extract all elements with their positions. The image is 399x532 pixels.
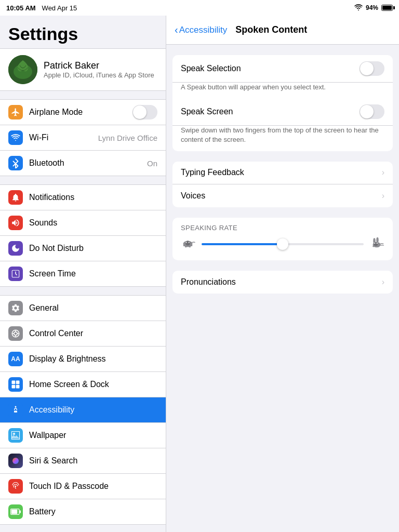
speak-screen-hint: Swipe down with two fingers from the top… [172,126,393,151]
svg-rect-19 [11,510,18,514]
controlcenter-icon [8,326,23,341]
sidebar-item-donotdisturb[interactable]: Do Not Disturb [0,236,166,261]
svg-point-14 [13,433,16,435]
wallpaper-icon [8,428,23,443]
sidebar-item-bluetooth-label: Bluetooth [29,158,64,168]
donotdisturb-icon [8,241,23,256]
sidebar-item-accessibility-label: Accessibility [29,405,74,415]
sidebar-item-bluetooth[interactable]: Bluetooth On [0,151,166,176]
back-label: Accessibility [179,25,228,35]
speak-selection-label: Speak Selection [181,64,353,73]
sidebar-item-controlcenter[interactable]: Control Center [0,321,166,347]
svg-point-13 [15,406,17,408]
wifi-sidebar-icon [8,130,23,145]
svg-point-35 [377,245,379,247]
sidebar-item-homescreen[interactable]: Home Screen & Dock [0,372,166,397]
sidebar-item-screentime[interactable]: Screen Time [0,261,166,286]
right-content: Speak Selection A Speak button will appe… [166,45,399,314]
status-bar-right: 94% [354,4,393,12]
homescreen-icon [8,377,23,392]
right-panel: ‹ Accessibility Spoken Content Speak Sel… [166,16,399,532]
svg-rect-9 [12,381,16,384]
speak-screen-toggle[interactable] [360,104,384,119]
sidebar-item-sounds-label: Sounds [29,218,57,228]
profile-section[interactable]: Patrick Baker Apple ID, iCloud, iTunes &… [0,48,166,91]
profile-subtitle: Apple ID, iCloud, iTunes & App Store [44,71,154,79]
svg-point-21 [185,241,190,245]
status-bar-left: 10:05 AM Wed Apr 15 [6,4,77,12]
svg-rect-12 [16,385,20,389]
siri-icon [8,454,23,468]
wifi-icon [354,4,363,12]
sidebar-item-airplane[interactable]: Airplane Mode [0,100,166,125]
sidebar-group-connectivity: Airplane Mode Wi-Fi Lynn Drive Office [0,99,166,176]
battery-percentage: 94% [366,4,378,11]
sidebar-wifi-value: Lynn Drive Office [98,134,157,142]
voices-label: Voices [181,191,376,201]
svg-point-33 [377,242,378,243]
sidebar: Settings Patrick Baker Apple ID, iCloud,… [0,16,166,532]
svg-rect-10 [16,381,20,384]
sidebar-item-general[interactable]: General [0,296,166,321]
airplane-toggle[interactable] [132,105,157,119]
sidebar-group-notifications: Notifications Sounds Do Not Disturb [0,184,166,287]
menu-items-card: Typing Feedback › Voices › [172,162,393,207]
sidebar-item-donotdisturb-label: Do Not Disturb [29,244,84,253]
back-button[interactable]: ‹ Accessibility [175,24,227,36]
speak-screen-label: Speak Screen [181,107,353,116]
svg-point-31 [374,242,378,246]
avatar [8,55,37,84]
accessibility-icon [8,403,23,417]
sidebar-item-screentime-label: Screen Time [29,269,76,278]
speak-screen-row[interactable]: Speak Screen [172,98,393,126]
sidebar-item-touchid-label: Touch ID & Passcode [29,482,109,491]
touchid-icon [8,479,23,494]
profile-name: Patrick Baker [44,60,154,71]
speaking-rate-thumb[interactable] [277,238,288,250]
sidebar-item-battery[interactable]: Battery [0,499,166,524]
spoken-toggles-card: Speak Selection A Speak button will appe… [172,55,393,151]
screentime-icon [8,267,23,281]
speaking-rate-slider-container [181,237,384,252]
svg-point-25 [190,245,193,246]
typing-feedback-row[interactable]: Typing Feedback › [172,162,393,184]
voices-chevron: › [382,191,384,201]
svg-point-32 [374,242,375,243]
sidebar-item-wallpaper[interactable]: Wallpaper [0,423,166,448]
display-icon: AA [8,352,23,366]
sidebar-item-siri-label: Siri & Search [29,456,77,466]
battery-sidebar-icon [8,504,23,519]
pronunciations-chevron: › [382,277,384,287]
sidebar-item-wifi[interactable]: Wi-Fi Lynn Drive Office [0,125,166,151]
svg-rect-11 [12,385,16,389]
typing-feedback-label: Typing Feedback [181,168,376,177]
speak-selection-hint: A Speak button will appear when you sele… [172,83,393,98]
battery-icon [381,5,393,11]
svg-point-16 [15,486,16,487]
sidebar-item-homescreen-label: Home Screen & Dock [29,380,109,389]
right-panel-title: Spoken Content [235,24,307,35]
voices-row[interactable]: Voices › [172,184,393,207]
sidebar-item-touchid[interactable]: Touch ID & Passcode [0,474,166,499]
sidebar-item-notifications[interactable]: Notifications [0,185,166,210]
sidebar-group-system: General Control Center AA [0,295,166,525]
svg-point-30 [376,237,379,243]
svg-point-22 [185,242,187,243]
slow-speed-icon [181,237,196,252]
main-layout: Settings Patrick Baker Apple ID, iCloud,… [0,16,399,532]
sounds-icon [8,216,23,230]
speaking-rate-track[interactable] [202,243,364,245]
svg-point-4 [14,332,17,335]
sidebar-item-siri[interactable]: Siri & Search [0,448,166,474]
sidebar-item-sounds[interactable]: Sounds [0,210,166,236]
pronunciations-row[interactable]: Pronunciations › [172,271,393,294]
sidebar-bluetooth-value: On [147,159,157,168]
pronunciations-card: Pronunciations › [172,271,393,294]
speak-selection-toggle[interactable] [360,61,384,76]
speak-selection-row[interactable]: Speak Selection [172,55,393,83]
right-header: ‹ Accessibility Spoken Content [166,16,399,45]
sidebar-item-accessibility[interactable]: Accessibility [0,397,166,423]
sidebar-item-display[interactable]: AA Display & Brightness [0,347,166,372]
sidebar-item-display-label: Display & Brightness [29,354,106,364]
general-icon [8,301,23,315]
